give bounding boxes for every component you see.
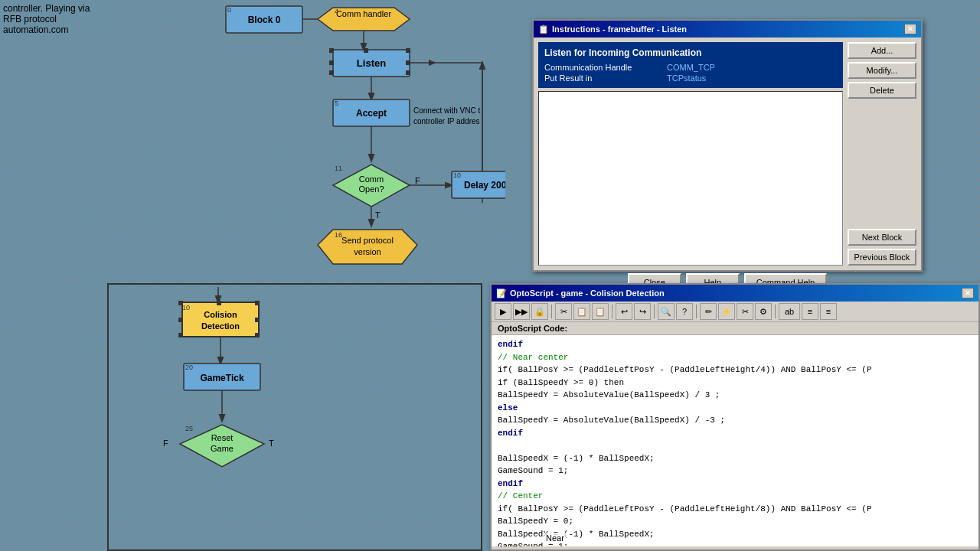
- svg-rect-13: [406, 70, 410, 75]
- tb-copy-button[interactable]: 📋: [573, 303, 590, 320]
- svg-rect-50: [178, 318, 183, 322]
- tb-cut-button[interactable]: ✂: [555, 303, 572, 320]
- optoscript-title-icon: 📝: [496, 289, 507, 298]
- code-line-2: // Near center: [498, 351, 972, 364]
- optoscript-code-area[interactable]: endif // Near center if( BallPosY >= (Pa…: [492, 335, 978, 546]
- tb-paste-button[interactable]: 📋: [592, 303, 609, 320]
- svg-text:Open?: Open?: [358, 184, 384, 194]
- optoscript-title-text: OptoScript - game - Colision Detection: [510, 289, 665, 298]
- svg-text:F: F: [163, 439, 168, 448]
- svg-rect-47: [255, 301, 260, 305]
- tb-cut2-button[interactable]: ✂: [737, 303, 753, 320]
- tb-ab-button[interactable]: ab: [779, 303, 800, 320]
- instructions-buttons: Add... Modify... Delete Next Block Previ…: [848, 42, 916, 266]
- code-line-13: // Center: [498, 490, 972, 503]
- svg-text:Send protocol: Send protocol: [341, 236, 394, 245]
- svg-text:Reset: Reset: [211, 433, 234, 442]
- tb-fastforward-button[interactable]: ▶▶: [513, 303, 530, 320]
- instructions-table-header: Listen for Incoming Communication: [544, 47, 837, 59]
- svg-text:Comm handler: Comm handler: [336, 9, 391, 18]
- delete-button[interactable]: Delete: [848, 82, 916, 99]
- svg-text:4: 4: [335, 8, 338, 15]
- svg-text:Listen: Listen: [357, 57, 386, 69]
- svg-text:16: 16: [335, 231, 342, 239]
- svg-text:10: 10: [453, 171, 461, 179]
- tb-separator-2: [612, 305, 612, 318]
- code-line-1: endif: [498, 338, 972, 351]
- instructions-window: 📋 Instructions - framebuffer - Listen ✕ …: [532, 19, 923, 272]
- code-line-6: else: [498, 402, 972, 415]
- instructions-table: Listen for Incoming Communication Commun…: [538, 42, 843, 88]
- instructions-result-label: Put Result in: [544, 73, 652, 83]
- instructions-title-text: Instructions - framebuffer - Listen: [552, 24, 687, 34]
- optoscript-toolbar: ▶ ▶▶ 🔒 ✂ 📋 📋 ↩ ↪ 🔍 ? ✏ ⚡ ✂ ⚙ ab ≡ ≡: [492, 302, 978, 322]
- tb-config-button[interactable]: ⚙: [755, 303, 772, 320]
- svg-rect-49: [255, 333, 260, 337]
- instructions-main: Listen for Incoming Communication Commun…: [538, 42, 843, 266]
- tb-run-button[interactable]: ⚡: [718, 303, 735, 320]
- code-line-3: if( BallPosY >= (PaddleLeftPosY - (Paddl…: [498, 364, 972, 377]
- optoscript-title: 📝 OptoScript - game - Colision Detection: [496, 289, 665, 298]
- tb-separator-3: [654, 305, 655, 318]
- tb-separator-1: [551, 305, 552, 318]
- svg-text:version: version: [354, 247, 381, 256]
- instructions-table-row-2: Put Result in TCPstatus: [544, 73, 837, 83]
- instructions-textarea: [538, 91, 843, 266]
- code-line-16: BallSpeedX = (-1) * BallSpeedX;: [498, 528, 972, 541]
- code-line-9: [498, 439, 972, 452]
- svg-text:11: 11: [335, 165, 342, 172]
- add-button[interactable]: Add...: [848, 42, 916, 59]
- svg-text:Accept: Accept: [356, 108, 387, 119]
- modify-button[interactable]: Modify...: [848, 62, 916, 79]
- instructions-titlebar: 📋 Instructions - framebuffer - Listen ✕: [534, 21, 921, 37]
- tb-edit-button[interactable]: ✏: [700, 303, 717, 320]
- code-line-11: GameSound = 1;: [498, 465, 972, 478]
- tb-help-btn[interactable]: ?: [676, 303, 693, 320]
- instructions-title: 📋 Instructions - framebuffer - Listen: [538, 24, 687, 34]
- sidebar-text: controller. Playing via RFB protocol aut…: [0, 0, 107, 38]
- tb-undo-button[interactable]: ↩: [616, 303, 632, 320]
- svg-rect-46: [217, 301, 221, 305]
- svg-text:25: 25: [185, 425, 193, 432]
- svg-rect-10: [364, 48, 368, 53]
- code-line-7: BallSpeedY = AbsoluteValue(BallSpeedX) /…: [498, 414, 972, 427]
- svg-rect-12: [329, 70, 334, 75]
- svg-text:T: T: [375, 210, 381, 220]
- svg-text:10: 10: [182, 304, 190, 311]
- instructions-table-row-1: Communication Handle COMM_TCP: [544, 62, 837, 73]
- svg-text:F: F: [415, 176, 420, 185]
- optoscript-titlebar: 📝 OptoScript - game - Colision Detection…: [492, 285, 978, 302]
- instructions-title-icon: 📋: [538, 24, 549, 34]
- code-line-14: if( BallPosY >= (PaddleLeftPosY - (Paddl…: [498, 503, 972, 516]
- flowchart-top: Block 0 0 Comm handler 4 Listen Accept 5…: [107, 0, 505, 283]
- tb-play-button[interactable]: ▶: [495, 303, 511, 320]
- tb-redo-button[interactable]: ↪: [634, 303, 651, 320]
- tb-search-button[interactable]: 🔍: [658, 303, 675, 320]
- svg-rect-44: [182, 302, 259, 337]
- code-line-5: BallSpeedY = AbsoluteValue(BallSpeedX) /…: [498, 389, 972, 402]
- code-line-12: endif: [498, 478, 972, 491]
- near-label: Near: [544, 533, 567, 543]
- instructions-comm-handle-label: Communication Handle: [544, 63, 652, 72]
- svg-text:GameTick: GameTick: [200, 373, 243, 383]
- code-line-4: if (BallSpeedY >= 0) then: [498, 377, 972, 390]
- svg-rect-11: [406, 48, 410, 53]
- tb-outdent-button[interactable]: ≡: [820, 303, 837, 320]
- svg-rect-14: [329, 60, 334, 65]
- optoscript-close-button[interactable]: ✕: [962, 288, 974, 298]
- svg-text:Delay 2000: Delay 2000: [464, 180, 505, 191]
- svg-text:Connect with VNC t: Connect with VNC t: [413, 106, 480, 115]
- instructions-comm-handle-value: COMM_TCP: [667, 63, 715, 72]
- previous-block-button[interactable]: Previous Block: [848, 249, 916, 266]
- instructions-result-value: TCPstatus: [667, 73, 706, 83]
- instructions-close-button[interactable]: ✕: [904, 24, 916, 34]
- tb-lock-button[interactable]: 🔒: [531, 303, 548, 320]
- next-block-button[interactable]: Next Block: [848, 229, 916, 246]
- code-line-10: BallSpeedX = (-1) * BallSpeedX;: [498, 452, 972, 465]
- flowchart-bottom: 10 Colision Detection 20 GameTick Reset …: [111, 287, 479, 547]
- svg-text:Comm: Comm: [359, 174, 384, 184]
- svg-text:20: 20: [185, 364, 193, 371]
- svg-text:0: 0: [227, 6, 231, 14]
- svg-text:Game: Game: [211, 444, 234, 453]
- tb-indent-button[interactable]: ≡: [802, 303, 818, 320]
